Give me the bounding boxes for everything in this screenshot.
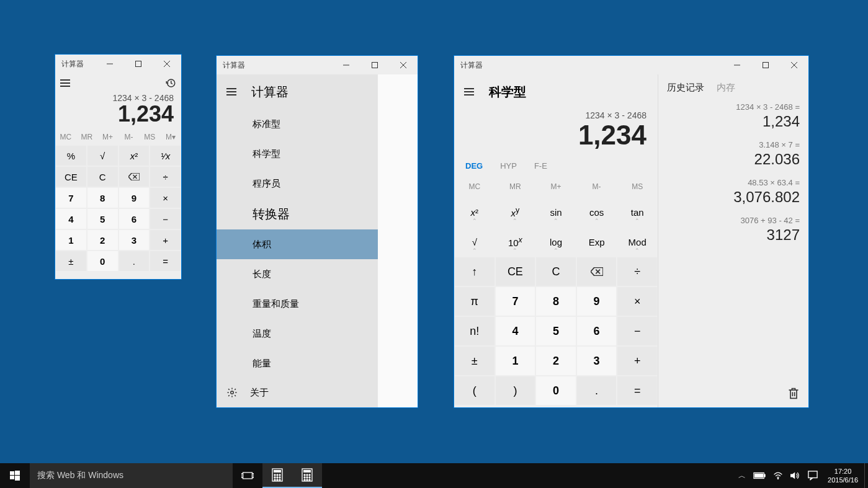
digit-5[interactable]: 5 [87,208,119,229]
taskbar-clock[interactable]: 17:20 2015/6/16 [821,463,864,488]
equals-button[interactable]: = [150,251,181,272]
menu-item-temperature[interactable]: 温度 [217,319,378,348]
minimize-button[interactable] [332,56,360,74]
log-button[interactable]: log⌃ [535,227,576,257]
digit-7[interactable]: 7 [55,187,87,208]
digit-9[interactable]: 9 [576,286,617,316]
plus-button[interactable]: + [617,346,658,376]
reciprocal-button[interactable]: ¹∕x [150,145,181,166]
factorial-button[interactable]: n! [454,316,495,346]
mem-mdrop[interactable]: M▾ [160,129,181,145]
show-desktop-button[interactable] [864,463,868,488]
digit-3[interactable]: 3 [119,229,150,251]
digit-9[interactable]: 9 [119,187,150,208]
equals-button[interactable]: = [617,376,658,406]
search-input[interactable]: 搜索 Web 和 Windows [30,463,233,488]
cos-button[interactable]: cos⌃ [576,197,617,227]
menu-item-volume[interactable]: 体积 [217,229,378,259]
hamburger-icon[interactable] [464,88,474,95]
divide-button[interactable]: ÷ [150,166,181,187]
c-button[interactable]: C [87,166,119,187]
c-button[interactable]: C [535,257,576,286]
plusminus-button[interactable]: ± [55,251,87,272]
multiply-button[interactable]: × [617,286,658,316]
titlebar[interactable]: 计算器 [454,56,808,74]
digit-0[interactable]: 0 [535,376,576,406]
sqrt-button[interactable]: √⌃ [454,227,495,257]
digit-5[interactable]: 5 [535,316,576,346]
mem-mr[interactable]: MR [76,129,97,145]
digit-1[interactable]: 1 [55,229,87,251]
tan-button[interactable]: tan⌃ [617,197,658,227]
digit-4[interactable]: 4 [495,316,536,346]
rparen-button[interactable]: ) [495,376,536,406]
mem-ms[interactable]: MS [617,176,658,197]
tray-chevron-icon[interactable]: ︿ [738,471,746,481]
menu-item-programmer[interactable]: 程序员 [217,169,378,198]
digit-3[interactable]: 3 [576,346,617,376]
hamburger-icon[interactable] [226,88,236,95]
pi-button[interactable]: π [454,286,495,316]
minimize-button[interactable] [723,56,751,74]
backspace-button[interactable] [576,257,617,286]
digit-6[interactable]: 6 [576,316,617,346]
digit-4[interactable]: 4 [55,208,87,229]
mem-mminus[interactable]: M- [576,176,617,197]
history-item[interactable]: 3.148 × 7 = 22.036 [667,140,800,168]
menu-item-weight[interactable]: 重量和质量 [217,289,378,319]
history-item[interactable]: 1234 × 3 - 2468 = 1,234 [667,102,800,130]
percent-button[interactable]: % [55,145,87,166]
digit-2[interactable]: 2 [87,229,119,251]
mem-mr[interactable]: MR [495,176,536,197]
decimal-button[interactable]: . [119,251,150,272]
exp-button[interactable]: Exp [576,227,617,257]
sin-button[interactable]: sin⌃ [535,197,576,227]
ce-button[interactable]: CE [495,257,536,286]
sqrt-button[interactable]: √ [87,145,119,166]
shift-up-button[interactable]: ↑ [454,257,495,286]
titlebar[interactable]: 计算器 [55,55,181,73]
hamburger-icon[interactable] [60,79,70,87]
backspace-button[interactable] [119,166,150,187]
wifi-icon[interactable] [773,471,783,480]
tab-memory[interactable]: 内存 [717,82,735,94]
mem-ms[interactable]: MS [139,129,160,145]
menu-item-scientific[interactable]: 科学型 [217,139,378,169]
menu-item-about[interactable]: 关于 [217,378,378,407]
menu-item-standard[interactable]: 标准型 [217,109,378,139]
mem-mplus[interactable]: M+ [97,129,119,145]
tab-history[interactable]: 历史记录 [667,82,704,94]
titlebar[interactable]: 计算器 [217,56,418,74]
digit-6[interactable]: 6 [119,208,150,229]
tenx-button[interactable]: 10x⌃ [495,227,536,257]
taskbar-app-calculator[interactable] [262,463,292,488]
digit-8[interactable]: 8 [87,187,119,208]
history-item[interactable]: 48.53 × 63.4 = 3,076.802 [667,178,800,206]
menu-item-length[interactable]: 长度 [217,259,378,289]
plusminus-button[interactable]: ± [454,346,495,376]
power-button[interactable]: xy⌃ [495,197,536,227]
minimize-button[interactable] [96,55,124,73]
divide-button[interactable]: ÷ [617,257,658,286]
close-button[interactable] [153,55,181,73]
battery-icon[interactable] [753,472,766,479]
digit-2[interactable]: 2 [535,346,576,376]
mod-button[interactable]: Mod⌃ [617,227,658,257]
fe-toggle[interactable]: F-E [534,161,547,171]
digit-1[interactable]: 1 [495,346,536,376]
square-button[interactable]: x²⌃ [454,197,495,227]
decimal-button[interactable]: . [576,376,617,406]
minus-button[interactable]: − [150,208,181,229]
angle-deg[interactable]: DEG [465,161,483,171]
close-button[interactable] [389,56,418,74]
history-item[interactable]: 3076 + 93 - 42 = 3127 [667,216,800,244]
task-view-button[interactable] [233,463,262,488]
maximize-button[interactable] [360,56,389,74]
square-button[interactable]: x² [119,145,150,166]
mem-mc[interactable]: MC [454,176,495,197]
maximize-button[interactable] [751,56,780,74]
digit-0[interactable]: 0 [87,251,119,272]
angle-hyp[interactable]: HYP [500,161,517,171]
close-button[interactable] [780,56,808,74]
mem-mc[interactable]: MC [55,129,76,145]
